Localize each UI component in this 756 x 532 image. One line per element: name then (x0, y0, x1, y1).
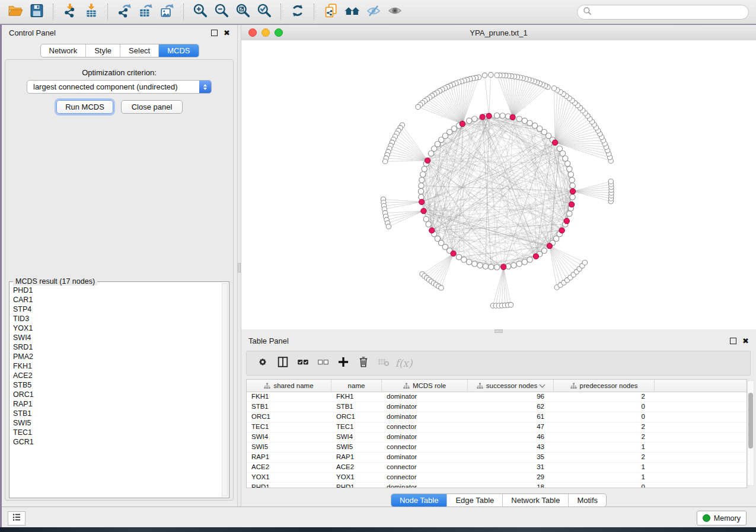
mcds-result-item[interactable]: SWI4 (13, 333, 221, 342)
export-network-button[interactable] (114, 2, 135, 22)
table-cell[interactable]: 43 (468, 443, 554, 452)
task-history-button[interactable] (8, 511, 25, 525)
zoom-in-button[interactable] (190, 2, 211, 22)
mcds-result-item[interactable]: RAP1 (13, 399, 221, 409)
table-cell[interactable]: SWI5 (247, 443, 331, 452)
table-cell[interactable]: 96 (468, 392, 554, 402)
table-cell[interactable]: 2 (554, 422, 655, 432)
mcds-result-scrollbar[interactable] (222, 283, 228, 496)
table-close-panel-button[interactable]: ✖ (742, 337, 749, 345)
table-row[interactable]: RAP1RAP1dominator352 (247, 453, 747, 463)
table-row[interactable]: ORC1ORC1dominator610 (247, 412, 747, 422)
table-row[interactable]: FKH1FKH1dominator962 (247, 392, 747, 402)
vertical-splitter-handle[interactable] (238, 263, 241, 273)
table-cell[interactable]: 61 (468, 412, 554, 422)
table-cell[interactable]: TEC1 (247, 422, 331, 432)
tab-style[interactable]: Style (85, 44, 120, 57)
close-panel-action-button[interactable]: Close panel (121, 100, 183, 114)
share-document-button[interactable] (320, 2, 342, 22)
table-row[interactable]: TEC1TEC1connector472 (247, 422, 747, 432)
save-session-button[interactable] (26, 2, 47, 22)
column-header-name[interactable]: name (331, 380, 382, 392)
network-view-canvas[interactable] (241, 40, 756, 329)
table-cell[interactable]: dominator (382, 402, 468, 412)
close-panel-button[interactable]: ✖ (224, 29, 230, 37)
settings-gear-button[interactable] (253, 354, 273, 373)
function-builder-button[interactable]: f(x) (394, 354, 414, 373)
table-cell[interactable]: 31 (468, 463, 554, 472)
table-cell[interactable]: FKH1 (331, 392, 382, 402)
table-row[interactable]: SWI4SWI4dominator462 (247, 432, 747, 443)
table-cell[interactable]: connector (382, 473, 468, 482)
table-scrollbar-thumb[interactable] (748, 393, 753, 448)
mcds-result-item[interactable]: SWI5 (13, 418, 221, 428)
table-cell[interactable]: ACE2 (247, 463, 331, 472)
table-cell[interactable]: 2 (554, 432, 655, 442)
table-cell[interactable]: STB1 (331, 402, 382, 412)
table-cell[interactable]: SWI4 (247, 432, 331, 442)
table-cell[interactable]: YOX1 (247, 473, 331, 482)
column-header-shared-name[interactable]: shared name (247, 380, 331, 392)
tab-edge-table[interactable]: Edge Table (446, 494, 502, 507)
mcds-result-item[interactable]: TID3 (13, 314, 221, 323)
import-table-button[interactable] (81, 2, 102, 22)
tab-network-table[interactable]: Network Table (502, 494, 568, 507)
delete-table-button[interactable] (374, 354, 394, 373)
table-cell[interactable]: dominator (382, 432, 468, 442)
tab-network[interactable]: Network (40, 44, 85, 57)
import-network-button[interactable] (59, 2, 81, 22)
table-cell[interactable]: 0 (554, 412, 655, 422)
table-cell[interactable]: ORC1 (247, 412, 331, 422)
zoom-fit-button[interactable] (232, 2, 254, 22)
mcds-result-item[interactable]: TEC1 (13, 428, 221, 437)
open-session-button[interactable] (5, 2, 26, 22)
table-cell[interactable]: RAP1 (247, 453, 331, 462)
column-header-successor-nodes[interactable]: successor nodes (468, 380, 554, 392)
table-cell[interactable]: dominator (382, 453, 468, 462)
tab-select[interactable]: Select (120, 44, 158, 57)
table-row[interactable]: ACE2ACE2connector311 (247, 463, 747, 473)
table-row[interactable]: PHD1PHD1dominator180 (247, 483, 747, 488)
mcds-result-item[interactable]: STP4 (13, 305, 221, 314)
tab-motifs[interactable]: Motifs (568, 494, 606, 507)
node-table[interactable]: shared namenameMCDS rolesuccessor nodesp… (246, 379, 747, 488)
first-neighbors-button[interactable] (342, 2, 363, 22)
mcds-result-item[interactable]: ACE2 (13, 371, 221, 380)
table-cell[interactable]: connector (382, 443, 468, 452)
table-cell[interactable]: ORC1 (331, 412, 382, 422)
table-cell[interactable]: PHD1 (247, 483, 331, 488)
float-panel-button[interactable] (211, 30, 218, 36)
table-cell[interactable]: 35 (468, 453, 554, 462)
table-row[interactable]: YOX1YOX1connector291 (247, 473, 747, 483)
hide-selected-button[interactable] (363, 2, 384, 22)
table-float-panel-button[interactable] (730, 338, 736, 344)
table-cell[interactable]: dominator (382, 412, 468, 422)
mcds-result-list[interactable]: PHD1CAR1STP4TID3YOX1SWI4SRD1PMA2FKH1ACE2… (13, 286, 221, 496)
column-header-predecessor-nodes[interactable]: predecessor nodes (554, 380, 655, 392)
table-cell[interactable]: 2 (554, 453, 655, 462)
table-cell[interactable]: RAP1 (331, 453, 382, 462)
table-cell[interactable]: SWI5 (331, 443, 382, 452)
criterion-dropdown[interactable]: largest connected component (undirected) (27, 80, 212, 94)
mcds-result-item[interactable]: PMA2 (13, 352, 221, 361)
table-cell[interactable]: SWI4 (331, 432, 382, 442)
tab-mcds[interactable]: MCDS (158, 44, 198, 57)
search-input[interactable] (595, 7, 743, 17)
select-all-checkboxes-button[interactable] (293, 354, 313, 373)
mcds-result-item[interactable]: SRD1 (13, 342, 221, 352)
mcds-result-item[interactable]: FKH1 (13, 361, 221, 371)
tab-node-table[interactable]: Node Table (391, 494, 447, 507)
run-mcds-button[interactable]: Run MCDS (56, 100, 113, 114)
table-cell[interactable]: 62 (468, 402, 554, 412)
table-cell[interactable]: connector (382, 422, 468, 432)
table-row[interactable]: STB1STB1dominator620 (247, 402, 747, 412)
table-cell[interactable]: dominator (382, 483, 468, 488)
table-cell[interactable]: TEC1 (331, 422, 382, 432)
table-cell[interactable]: 2 (554, 392, 655, 402)
table-cell[interactable]: FKH1 (247, 392, 331, 402)
mcds-result-item[interactable]: STB1 (13, 409, 221, 418)
mcds-result-item[interactable]: STB5 (13, 380, 221, 390)
mcds-result-item[interactable]: CAR1 (13, 295, 221, 305)
table-cell[interactable]: 0 (554, 483, 655, 488)
table-cell[interactable]: dominator (382, 392, 468, 402)
